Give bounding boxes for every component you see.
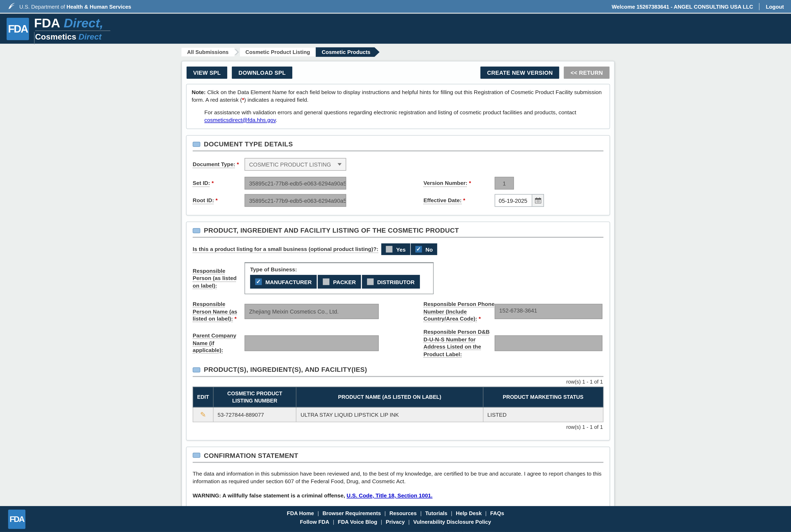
breadcrumb-cosmetic-products[interactable]: Cosmetic Products — [316, 48, 380, 57]
packer-checkbox[interactable]: PACKER — [318, 275, 361, 289]
checkbox-unchecked-icon — [386, 246, 393, 253]
section-document-type-details: DOCUMENT TYPE DETAILS Document Type: * C… — [186, 135, 610, 215]
warning-text: A willfully false statement is a crimina… — [221, 492, 347, 499]
app-header: FDA FDA Direct, Cosmetics Direct — [0, 14, 791, 44]
us-code-link[interactable]: U.S. Code, Title 18, Section 1001. — [347, 492, 433, 499]
collapse-icon[interactable] — [192, 367, 200, 372]
footer-links-row1: FDA Home|Browser Requirements|Resources|… — [0, 510, 791, 516]
small-business-yes-checkbox[interactable]: Yes — [382, 244, 410, 255]
footer-link-faqs[interactable]: FAQs — [490, 510, 504, 516]
collapse-icon[interactable] — [192, 141, 200, 147]
manufacturer-checkbox[interactable]: ✓ MANUFACTURER — [250, 275, 317, 289]
cell-product-name: ULTRA STAY LIQUID LIPSTICK LIP INK — [296, 407, 483, 422]
rp-phone-label[interactable]: Responsible Person Phone Number (Include… — [424, 300, 495, 323]
welcome-text: Welcome 15267383641 - ANGEL CONSULTING U… — [612, 3, 753, 10]
chevron-down-icon — [337, 163, 342, 166]
checkbox-checked-icon: ✓ — [255, 279, 262, 285]
set-id-label[interactable]: Set ID: * — [192, 179, 244, 187]
note-line2: For assistance with validation errors an… — [204, 109, 576, 115]
footer-link-privacy[interactable]: Privacy — [386, 519, 405, 525]
footer-link-follow-fda[interactable]: Follow FDA — [300, 519, 329, 525]
note-box: Note: Click on the Data Element Name for… — [186, 84, 610, 129]
calendar-icon[interactable] — [532, 194, 544, 207]
document-type-value: COSMETIC PRODUCT LISTING — [249, 162, 331, 168]
form-wrapper: VIEW SPL DOWNLOAD SPL CREATE NEW VERSION… — [182, 61, 615, 532]
effective-date-label[interactable]: Effective Date: * — [424, 197, 495, 204]
warning-bold: WARNING: — [192, 492, 221, 499]
col-edit: EDIT — [193, 387, 214, 407]
note-line1b: ) indicates a required field. — [244, 96, 309, 102]
table-header-row: EDIT COSMETIC PRODUCT LISTING NUMBER PRO… — [193, 387, 603, 407]
footer-link-vulnerability-disclosure[interactable]: Vulnerability Disclosure Policy — [413, 519, 491, 525]
section-title: PRODUCT(S), INGREDIENT(S), AND FACILITY(… — [204, 366, 367, 374]
brand-fda: FDA — [34, 16, 60, 30]
gov-banner: U.S. Department of Health & Human Servic… — [0, 0, 791, 14]
section-product-listing: PRODUCT, INGREDIENT AND FACILITY LISTING… — [186, 222, 610, 441]
brand: FDA Direct, Cosmetics Direct — [34, 17, 103, 41]
agency-prefix: U.S. Department of — [19, 3, 65, 10]
required-asterisk: * — [242, 96, 244, 102]
section-title: CONFIRMATION STATEMENT — [204, 452, 298, 459]
cell-listing-number: 53-727844-889077 — [213, 407, 296, 422]
edit-pencil-icon[interactable]: ✎ — [200, 411, 206, 419]
footer: FDA FDA Home|Browser Requirements|Resour… — [0, 506, 791, 532]
type-of-business-group: Type of Business: ✓ MANUFACTURER PACKER — [244, 262, 434, 294]
footer-link-fda-voice-blog[interactable]: FDA Voice Blog — [338, 519, 377, 525]
toolbar: VIEW SPL DOWNLOAD SPL CREATE NEW VERSION… — [186, 65, 610, 80]
footer-link-resources[interactable]: Resources — [389, 510, 417, 516]
effective-date-input[interactable] — [495, 194, 532, 207]
checkbox-checked-icon: ✓ — [415, 246, 422, 253]
rp-name-label[interactable]: Responsible Person Name (as listed on la… — [192, 300, 244, 323]
gov-agency: U.S. Department of Health & Human Servic… — [7, 1, 131, 11]
hhs-eagle-icon — [7, 1, 16, 11]
footer-links-row2: Follow FDA|FDA Voice Blog|Privacy|Vulner… — [0, 519, 791, 525]
row-count-bottom: row(s) 1 - 1 of 1 — [193, 424, 603, 430]
brand-direct: Direct, — [63, 16, 103, 30]
return-button[interactable]: << RETURN — [564, 66, 609, 79]
confirmation-statement: The data and information in this submiss… — [192, 470, 603, 486]
small-business-label[interactable]: Is this a product listing for a small bu… — [192, 246, 379, 253]
collapse-icon[interactable] — [192, 228, 200, 233]
root-id-label[interactable]: Root ID: * — [192, 197, 244, 204]
checkbox-unchecked-icon — [367, 279, 374, 285]
breadcrumb-all-submissions[interactable]: All Submissions — [182, 48, 234, 56]
duns-label[interactable]: Responsible Person D&B D-U-N-S Number fo… — [424, 328, 495, 358]
breadcrumb-cosmetic-product-listing[interactable]: Cosmetic Product Listing — [240, 48, 316, 56]
rp-name-field: Zhejiang Meixin Cosmetics Co., Ltd. — [244, 304, 379, 319]
footer-link-fda-home[interactable]: FDA Home — [287, 510, 314, 516]
set-id-field: 35895c21-77b8-edb5-e063-6294a90a5dc8 — [244, 177, 346, 190]
logout-link[interactable]: Logout — [766, 3, 784, 10]
col-product-name: PRODUCT NAME (AS LISTED ON LABEL) — [296, 387, 483, 407]
collapse-icon[interactable] — [192, 453, 200, 458]
parent-company-field — [244, 335, 379, 351]
checkbox-unchecked-icon — [323, 279, 330, 285]
col-marketing-status: PRODUCT MARKETING STATUS — [483, 387, 603, 407]
row-count-top: row(s) 1 - 1 of 1 — [193, 379, 603, 385]
breadcrumb: All Submissions Cosmetic Product Listing… — [182, 48, 615, 56]
support-email-link[interactable]: cosmeticsdirect@fda.hhs.gov — [204, 117, 276, 123]
parent-company-label[interactable]: Parent Company Name (if applicable): — [192, 332, 244, 354]
fda-logo: FDA — [6, 18, 29, 40]
version-number-label[interactable]: Version Number: * — [424, 179, 495, 187]
duns-field — [495, 335, 602, 351]
table-row: ✎ 53-727844-889077 ULTRA STAY LIQUID LIP… — [193, 407, 603, 422]
section-title: PRODUCT, INGREDIENT AND FACILITY LISTING… — [204, 227, 459, 234]
section-title: DOCUMENT TYPE DETAILS — [204, 140, 293, 148]
small-business-no-checkbox[interactable]: ✓ No — [411, 244, 437, 255]
download-spl-button[interactable]: DOWNLOAD SPL — [232, 66, 292, 79]
responsible-person-label[interactable]: Responsible Person (as listed on label): — [192, 267, 244, 289]
root-id-field: 35895c21-77b9-edb5-e063-6294a90a5dc8 — [244, 194, 346, 207]
page: U.S. Department of Health & Human Servic… — [0, 0, 791, 532]
divider — [759, 3, 760, 10]
footer-link-browser-requirements[interactable]: Browser Requirements — [323, 510, 381, 516]
distributor-checkbox[interactable]: DISTRIBUTOR — [362, 275, 420, 289]
rp-phone-field: 152-6738-3641 — [495, 304, 602, 319]
footer-link-tutorials[interactable]: Tutorials — [425, 510, 447, 516]
note-line2-end: . — [276, 117, 277, 123]
view-spl-button[interactable]: VIEW SPL — [187, 66, 227, 79]
document-type-label[interactable]: Document Type: * — [192, 161, 244, 168]
footer-link-help-desk[interactable]: Help Desk — [456, 510, 482, 516]
create-new-version-button[interactable]: CREATE NEW VERSION — [481, 66, 559, 79]
document-type-select[interactable]: COSMETIC PRODUCT LISTING — [244, 158, 346, 171]
version-number-field: 1 — [495, 177, 514, 190]
